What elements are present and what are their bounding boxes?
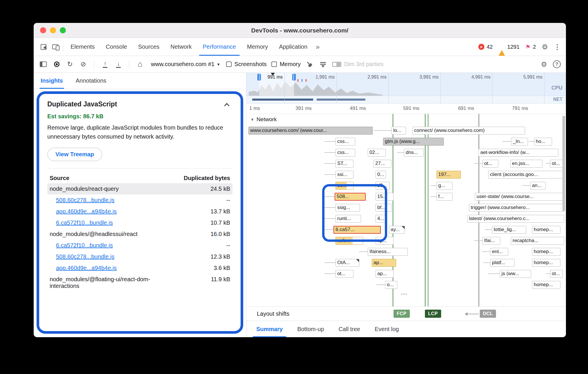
network-request-bar[interactable]: platf... <box>490 259 515 267</box>
network-request-bar[interactable]: ho... <box>534 138 552 146</box>
network-request-bar[interactable]: 02... <box>368 149 386 157</box>
source-file-link[interactable]: 508.60c278...bundle.js <box>56 253 114 260</box>
network-request-bar[interactable]: ST... <box>336 160 353 168</box>
overflow-dots[interactable]: ⋯ <box>401 290 408 298</box>
network-request-bar[interactable]: homep... <box>532 248 560 256</box>
network-section-header[interactable]: ▼ Network <box>250 116 277 123</box>
tab-insights[interactable]: Insights <box>41 73 63 89</box>
settings-gear-icon[interactable]: ⚙ <box>542 43 548 50</box>
network-request-bar[interactable]: g... <box>437 182 452 190</box>
throttling-icon[interactable] <box>320 61 327 68</box>
network-request-bar[interactable]: latest/ (www.coursehero.c... <box>467 215 564 223</box>
network-request-bar[interactable]: ap... <box>372 259 396 267</box>
network-request-bar[interactable]: recaptcha... <box>511 237 564 245</box>
network-request-bar[interactable]: trigger/ (www.coursehero... <box>469 204 564 212</box>
timeline-minimap[interactable]: CPU NET 991 ms1,991 ms2,991 ms3,991 ms4,… <box>246 73 566 104</box>
tab-memory[interactable]: Memory <box>241 38 273 56</box>
source-file-link[interactable]: 6.ca572f10...bundle.js <box>56 219 113 226</box>
tab-summary[interactable]: Summary <box>250 321 288 337</box>
network-request-bar[interactable]: bf... <box>376 204 392 212</box>
network-request-bar[interactable]: d9... <box>376 182 390 190</box>
network-request-bar[interactable]: ot... <box>336 270 353 278</box>
network-request-bar[interactable]: ap... <box>376 237 394 245</box>
tab-application[interactable]: Application <box>273 38 313 56</box>
tab-performance[interactable]: Performance <box>197 38 242 56</box>
network-request-bar[interactable]: 27... <box>374 160 392 168</box>
network-request-bar[interactable]: lo... <box>392 127 406 135</box>
network-request-bar[interactable]: f... <box>437 193 452 201</box>
network-request-bar[interactable]: js (ww... <box>500 270 531 278</box>
network-request-bar[interactable]: 15... <box>376 193 394 201</box>
network-request-bar[interactable]: _In... <box>511 138 528 146</box>
tab-annotations[interactable]: Annotations <box>76 73 107 89</box>
network-request-bar[interactable]: ot... <box>550 160 563 168</box>
inspect-element-icon[interactable] <box>41 44 46 50</box>
marker-badge-fcp[interactable]: FCP <box>394 310 410 318</box>
network-request-bar[interactable]: OtA... <box>336 259 359 267</box>
network-request-bar[interactable]: ssig... <box>336 204 360 212</box>
warning-count[interactable]: ! 1291 <box>499 44 520 50</box>
source-file-link[interactable]: app.460d9e...a94b4e.js <box>56 208 117 215</box>
screenshots-checkbox[interactable]: Screenshots <box>226 61 267 68</box>
marker-badge-dcl[interactable]: DCL <box>480 310 496 318</box>
tab-console[interactable]: Console <box>100 38 132 56</box>
network-request-bar[interactable]: gtm.js (www.g... <box>383 138 444 146</box>
network-request-bar[interactable]: connect/ (www.coursehero.com) <box>412 127 525 135</box>
network-request-bar[interactable]: 508... <box>335 193 366 201</box>
network-request-bar[interactable]: css... <box>336 149 355 157</box>
source-file-link[interactable]: app.460d9e...a94b4e.js <box>56 265 117 271</box>
network-request-bar[interactable]: an... <box>530 182 546 190</box>
capture-settings-gear-icon[interactable]: ⚙ <box>541 61 547 68</box>
zoom-handle-right[interactable] <box>292 74 296 81</box>
network-request-bar[interactable]: homep... <box>532 259 560 267</box>
close-window-button[interactable] <box>40 27 46 33</box>
tab-event-log[interactable]: Event log <box>369 321 405 337</box>
tab-network[interactable]: Network <box>165 38 197 56</box>
network-request-bar[interactable]: lottie_lig... <box>492 226 526 234</box>
network-request-bar[interactable]: 0... <box>376 171 386 179</box>
network-request-bar[interactable]: css... <box>336 138 355 146</box>
network-request-bar[interactable]: en.jso... <box>510 160 542 168</box>
download-profile-icon[interactable]: ↓ <box>116 61 121 68</box>
network-request-bar[interactable]: ot... <box>550 270 563 278</box>
network-request-bar[interactable]: homep... <box>532 281 560 289</box>
network-request-bar[interactable]: ay... <box>389 226 405 234</box>
home-icon[interactable]: ⌂ <box>136 60 145 69</box>
error-count[interactable]: × 42 <box>478 44 493 50</box>
network-request-bar[interactable]: ap... <box>376 270 394 278</box>
record-icon[interactable] <box>54 61 59 67</box>
gc-broom-icon[interactable] <box>305 59 315 69</box>
network-request-bar[interactable]: www.coursehero.com/ (www.cour... <box>248 127 373 135</box>
network-request-bar[interactable]: ent... <box>490 248 508 256</box>
network-request-bar[interactable]: ssib... <box>336 237 363 245</box>
network-request-bar[interactable]: 197... <box>437 171 461 179</box>
marker-badge-lcp[interactable]: LCP <box>425 310 441 318</box>
network-request-bar[interactable]: 6.ca57... <box>333 226 381 234</box>
clear-recording-icon[interactable]: ⊘ <box>79 60 88 69</box>
tab-call-tree[interactable]: Call tree <box>333 321 366 337</box>
tab-bottom-up[interactable]: Bottom-up <box>291 321 330 337</box>
source-file-link[interactable]: 6.ca572f10...bundle.js <box>56 242 113 248</box>
vertical-scrollbar[interactable] <box>562 116 565 211</box>
network-request-bar[interactable]: Ifainess... <box>368 248 408 256</box>
network-request-bar[interactable]: aet-workflow-info/ (w... <box>479 149 558 157</box>
network-request-bar[interactable]: o... <box>385 281 397 289</box>
source-file-link[interactable]: 508.60c278...bundle.js <box>56 197 114 203</box>
memory-checkbox[interactable]: Memory <box>271 61 301 68</box>
tab-sources[interactable]: Sources <box>133 38 165 56</box>
reload-and-record-icon[interactable]: ↻ <box>66 60 74 69</box>
device-toolbar-icon[interactable] <box>52 44 58 49</box>
upload-profile-icon[interactable]: ↑ <box>103 61 107 68</box>
collapse-insight-button[interactable] <box>221 99 232 110</box>
network-request-bar[interactable]: Ifai... <box>482 237 500 245</box>
network-request-bar[interactable]: dns... <box>404 149 424 157</box>
view-treemap-button[interactable]: View Treemap <box>47 148 102 161</box>
network-request-bar[interactable]: ot... <box>482 160 498 168</box>
issues-count[interactable]: ⚑ 2 <box>525 44 536 50</box>
network-request-bar[interactable]: homep... <box>532 226 560 234</box>
history-dropdown[interactable]: www.coursehero.com #1 ▾ <box>149 61 221 68</box>
dim-3rd-parties-toggle[interactable]: Dim 3rd parties <box>332 61 384 68</box>
toggle-sidebar-icon[interactable] <box>40 61 47 67</box>
help-icon[interactable]: ? <box>553 60 561 68</box>
network-request-bar[interactable]: client (accounts.goo... <box>488 171 564 179</box>
